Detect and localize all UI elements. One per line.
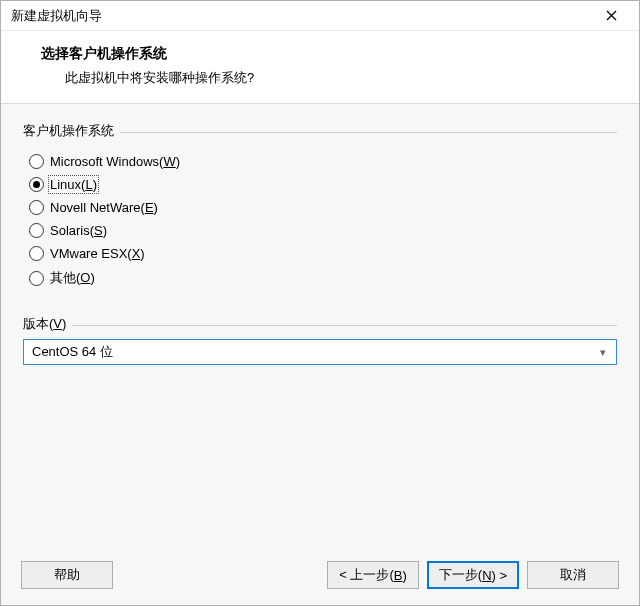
os-radio-group: Microsoft Windows(W)Linux(L)Novell NetWa… [23,142,617,309]
radio-icon [29,246,44,261]
os-radio-option[interactable]: VMware ESX(X) [29,242,613,265]
page-title: 选择客户机操作系统 [41,45,615,63]
back-button[interactable]: < 上一步(B) [327,561,419,589]
group-divider [120,132,617,133]
wizard-header: 选择客户机操作系统 此虚拟机中将安装哪种操作系统? [1,31,639,104]
radio-label: Linux(L) [50,177,97,192]
version-select-value: CentOS 64 位 [32,343,594,361]
radio-icon [29,200,44,215]
radio-icon [29,154,44,169]
wizard-content: 客户机操作系统 Microsoft Windows(W)Linux(L)Nove… [1,104,639,549]
version-label: 版本(V) [23,315,617,333]
close-button[interactable] [591,2,631,30]
wizard-footer: 帮助 < 上一步(B) 下一步(N) > 取消 [1,549,639,605]
os-group-label: 客户机操作系统 [23,122,617,140]
group-divider [72,325,617,326]
version-section: 版本(V) CentOS 64 位 ▾ [23,315,617,365]
version-select[interactable]: CentOS 64 位 ▾ [23,339,617,365]
help-button[interactable]: 帮助 [21,561,113,589]
os-radio-option[interactable]: 其他(O) [29,265,613,291]
os-radio-option[interactable]: Microsoft Windows(W) [29,150,613,173]
os-radio-option[interactable]: Linux(L) [29,173,613,196]
radio-icon [29,271,44,286]
radio-label: Solaris(S) [50,223,107,238]
os-radio-option[interactable]: Novell NetWare(E) [29,196,613,219]
titlebar: 新建虚拟机向导 [1,1,639,31]
radio-label: VMware ESX(X) [50,246,145,261]
radio-icon [29,177,44,192]
radio-label: Novell NetWare(E) [50,200,158,215]
os-radio-option[interactable]: Solaris(S) [29,219,613,242]
chevron-down-icon: ▾ [594,346,612,359]
radio-label: Microsoft Windows(W) [50,154,180,169]
cancel-button[interactable]: 取消 [527,561,619,589]
close-icon [606,10,617,21]
page-subtitle: 此虚拟机中将安装哪种操作系统? [41,69,615,87]
wizard-window: 新建虚拟机向导 选择客户机操作系统 此虚拟机中将安装哪种操作系统? 客户机操作系… [0,0,640,606]
radio-icon [29,223,44,238]
window-title: 新建虚拟机向导 [11,7,591,25]
next-button[interactable]: 下一步(N) > [427,561,519,589]
radio-label: 其他(O) [50,269,95,287]
